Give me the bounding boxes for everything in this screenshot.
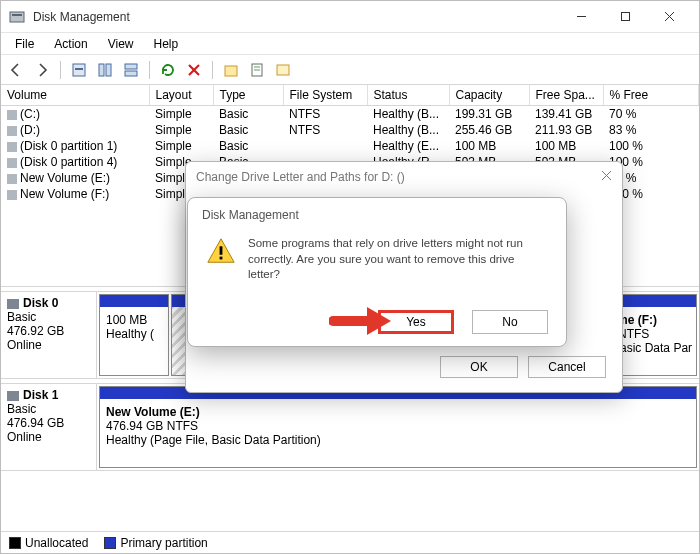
window-close-button[interactable] (647, 2, 691, 32)
disk0-size: 476.92 GB (7, 324, 90, 338)
svg-rect-7 (75, 68, 83, 70)
col-layout[interactable]: Layout (149, 85, 213, 106)
svg-rect-21 (220, 246, 223, 254)
delete-icon[interactable] (183, 59, 205, 81)
legend-unallocated: Unallocated (25, 536, 88, 550)
nav-forward-button[interactable] (31, 59, 53, 81)
svg-rect-10 (125, 64, 137, 69)
no-button[interactable]: No (472, 310, 548, 334)
menubar: File Action View Help (1, 33, 699, 55)
app-icon (9, 9, 25, 25)
volume-icon (7, 158, 17, 168)
svg-rect-3 (621, 13, 629, 21)
window-minimize-button[interactable] (559, 2, 603, 32)
window-titlebar: Disk Management (1, 1, 699, 33)
properties-icon[interactable] (246, 59, 268, 81)
disk0-state: Online (7, 338, 90, 352)
disk1-partition-e[interactable]: New Volume (E:) 476.94 GB NTFS Healthy (… (99, 386, 697, 468)
svg-rect-9 (106, 64, 111, 76)
col-status[interactable]: Status (367, 85, 449, 106)
col-filesystem[interactable]: File System (283, 85, 367, 106)
disk-row-1[interactable]: Disk 1 Basic 476.94 GB Online New Volume… (1, 383, 699, 471)
legend-primary: Primary partition (120, 536, 207, 550)
legend: Unallocated Primary partition (1, 531, 699, 553)
col-capacity[interactable]: Capacity (449, 85, 529, 106)
dlg1-close-button[interactable] (601, 170, 612, 184)
dlg2-title: Disk Management (188, 198, 566, 222)
disk-icon (7, 299, 19, 309)
table-row[interactable]: (Disk 0 partition 1)SimpleBasicHealthy (… (1, 138, 699, 154)
col-freespace[interactable]: Free Spa... (529, 85, 603, 106)
disk0-type: Basic (7, 310, 90, 324)
toolbar-icon-3[interactable] (120, 59, 142, 81)
window-title: Disk Management (33, 10, 559, 24)
menu-file[interactable]: File (7, 35, 42, 53)
volume-icon (7, 190, 17, 200)
toolbar-icon-5[interactable] (272, 59, 294, 81)
disk-icon (7, 391, 19, 401)
col-type[interactable]: Type (213, 85, 283, 106)
disk1-info[interactable]: Disk 1 Basic 476.94 GB Online (1, 384, 97, 470)
cancel-button[interactable]: Cancel (528, 356, 606, 378)
volume-icon (7, 126, 17, 136)
volume-icon (7, 174, 17, 184)
svg-rect-14 (225, 66, 237, 76)
menu-view[interactable]: View (100, 35, 142, 53)
svg-rect-1 (12, 14, 22, 16)
toolbar-icon-4[interactable] (220, 59, 242, 81)
nav-back-button[interactable] (5, 59, 27, 81)
table-row[interactable]: (D:)SimpleBasicNTFSHealthy (B...255.46 G… (1, 122, 699, 138)
yes-button[interactable]: Yes (378, 310, 454, 334)
svg-rect-22 (220, 257, 223, 260)
svg-rect-8 (99, 64, 104, 76)
menu-help[interactable]: Help (146, 35, 187, 53)
disk0-info[interactable]: Disk 0 Basic 476.92 GB Online (1, 292, 97, 378)
disk1-name: Disk 1 (23, 388, 58, 402)
svg-rect-18 (277, 65, 289, 75)
legend-swatch-unallocated (9, 537, 21, 549)
toolbar-icon-2[interactable] (94, 59, 116, 81)
disk1-type: Basic (7, 402, 90, 416)
legend-swatch-primary (104, 537, 116, 549)
volume-icon (7, 142, 17, 152)
toolbar (1, 55, 699, 85)
disk0-partition-1[interactable]: 100 MB Healthy ( (99, 294, 169, 376)
confirm-remove-dialog: Disk Management Some programs that rely … (187, 197, 567, 347)
disk0-name: Disk 0 (23, 296, 58, 310)
warning-icon (206, 236, 236, 283)
dlg2-message: Some programs that rely on drive letters… (248, 236, 548, 283)
volume-header-row[interactable]: Volume Layout Type File System Status Ca… (1, 85, 699, 106)
col-pctfree[interactable]: % Free (603, 85, 699, 106)
ok-button[interactable]: OK (440, 356, 518, 378)
menu-action[interactable]: Action (46, 35, 95, 53)
window-maximize-button[interactable] (603, 2, 647, 32)
volume-icon (7, 110, 17, 120)
svg-rect-0 (10, 12, 24, 22)
disk1-size: 476.94 GB (7, 416, 90, 430)
svg-rect-11 (125, 71, 137, 76)
col-volume[interactable]: Volume (1, 85, 149, 106)
dlg1-title: Change Drive Letter and Paths for D: () (196, 170, 405, 184)
disk1-state: Online (7, 430, 90, 444)
toolbar-icon-1[interactable] (68, 59, 90, 81)
refresh-icon[interactable] (157, 59, 179, 81)
table-row[interactable]: (C:)SimpleBasicNTFSHealthy (B...199.31 G… (1, 106, 699, 123)
